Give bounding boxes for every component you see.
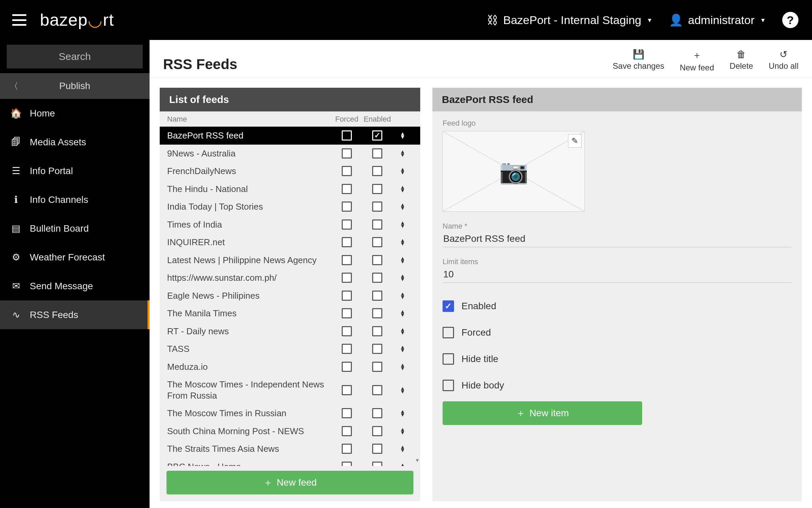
new-item-button[interactable]: ＋ New item [443,401,642,425]
new-feed-button[interactable]: ＋ New feed [680,49,714,72]
hide-body-checkbox[interactable] [443,380,454,391]
drag-handle-icon[interactable]: ▲▼ [392,186,413,192]
feed-row[interactable]: INQUIRER.net▲▼ [160,233,420,251]
enabled-checkbox[interactable] [443,300,454,312]
site-switcher[interactable]: ⛓ BazePort - Internal Staging ▾ [487,14,651,27]
drag-handle-icon[interactable]: ▲▼ [392,410,413,417]
drag-handle-icon[interactable]: ▲▼ [392,221,413,228]
drag-handle-icon[interactable]: ▲▼ [392,239,413,246]
feed-row[interactable]: BBC News - Home▲▼ [160,458,420,466]
forced-checkbox[interactable] [342,308,352,318]
forced-checkbox[interactable] [342,184,352,194]
enabled-checkbox[interactable] [372,344,382,354]
drag-handle-icon[interactable]: ▲▼ [392,428,413,435]
feeds-scroll[interactable]: BazePort RSS feed▲▼9News - Australia▲▼Fr… [160,127,420,466]
sidebar-item-media-assets[interactable]: 🗐Media Assets [0,128,150,156]
new-feed-list-button[interactable]: ＋ New feed [166,471,413,494]
feed-row[interactable]: Times of India▲▼ [160,216,420,234]
enabled-checkbox[interactable] [372,426,382,436]
feed-row[interactable]: https://www.sunstar.com.ph/▲▼ [160,269,420,287]
drag-handle-icon[interactable]: ▲▼ [392,345,413,352]
drag-handle-icon[interactable]: ▲▼ [392,274,413,281]
undo-all-button[interactable]: ↺ Undo all [769,49,798,72]
feed-row[interactable]: Meduza.io▲▼ [160,358,420,376]
forced-checkbox[interactable] [342,130,352,141]
enabled-checkbox[interactable] [372,385,382,395]
feed-row[interactable]: South China Morning Post - NEWS▲▼ [160,422,420,440]
feed-row[interactable]: BazePort RSS feed▲▼ [160,127,420,145]
enabled-checkbox[interactable] [372,219,382,230]
drag-handle-icon[interactable]: ▲▼ [392,445,413,452]
forced-checkbox[interactable] [342,219,352,230]
enabled-checkbox[interactable] [372,166,382,176]
feed-row[interactable]: TASS▲▼ [160,340,420,358]
enabled-checkbox[interactable] [372,255,382,265]
drag-handle-icon[interactable]: ▲▼ [392,150,413,157]
delete-button[interactable]: 🗑 Delete [730,49,753,72]
feed-row[interactable]: The Hindu - National▲▼ [160,180,420,198]
edit-logo-button[interactable]: ✎ [568,134,582,148]
forced-checkbox[interactable] [342,462,352,466]
hide-title-checkbox[interactable] [443,353,454,365]
feed-row[interactable]: FrenchDailyNews▲▼ [160,162,420,180]
drag-handle-icon[interactable]: ▲▼ [392,257,413,263]
sidebar-item-send-message[interactable]: ✉Send Message [0,272,150,300]
enabled-checkbox[interactable] [372,130,382,141]
sidebar-section-publish[interactable]: 〈 Publish [0,73,150,99]
feed-row[interactable]: India Today | Top Stories▲▼ [160,198,420,216]
sidebar-item-info-portal[interactable]: ☰Info Portal [0,156,150,185]
forced-checkbox[interactable] [342,385,352,395]
drag-handle-icon[interactable]: ▲▼ [392,168,413,174]
enabled-checkbox[interactable] [372,362,382,372]
drag-handle-icon[interactable]: ▲▼ [392,132,413,139]
forced-checkbox[interactable] [342,444,352,454]
enabled-checkbox[interactable] [372,462,382,466]
forced-checkbox[interactable] [342,273,352,283]
sidebar-item-rss-feeds[interactable]: ∿RSS Feeds [0,300,150,329]
help-icon[interactable]: ? [782,12,798,28]
forced-checkbox[interactable] [342,255,352,265]
save-button[interactable]: 💾 Save changes [613,49,664,72]
forced-checkbox[interactable] [342,202,352,212]
limit-field[interactable] [443,266,792,283]
enabled-checkbox[interactable] [372,408,382,418]
chevron-down-icon[interactable]: ▾ [416,457,419,464]
forced-checkbox[interactable] [342,408,352,418]
sidebar-item-weather-forecast[interactable]: ⚙Weather Forecast [0,243,150,272]
sidebar-item-bulletin-board[interactable]: ▤Bulletin Board [0,214,150,243]
forced-checkbox[interactable] [342,148,352,158]
user-menu[interactable]: 👤 administrator ▾ [669,13,765,27]
enabled-checkbox[interactable] [372,148,382,158]
feed-row[interactable]: The Moscow Times in Russian▲▼ [160,404,420,422]
forced-checkbox[interactable] [342,344,352,354]
drag-handle-icon[interactable]: ▲▼ [392,387,413,394]
feed-row[interactable]: The Manila Times▲▼ [160,304,420,322]
enabled-checkbox[interactable] [372,444,382,454]
feed-row[interactable]: The Moscow Times - Independent News From… [160,376,420,404]
forced-checkbox[interactable] [342,326,352,336]
forced-checkbox[interactable] [342,291,352,301]
feed-row[interactable]: Latest News | Philippine News Agency▲▼ [160,251,420,269]
forced-checkbox[interactable] [342,362,352,372]
drag-handle-icon[interactable]: ▲▼ [392,363,413,370]
sidebar-item-home[interactable]: 🏠Home [0,99,150,128]
enabled-checkbox[interactable] [372,184,382,194]
enabled-checkbox[interactable] [372,237,382,247]
enabled-checkbox[interactable] [372,326,382,336]
drag-handle-icon[interactable]: ▲▼ [392,310,413,317]
enabled-checkbox[interactable] [372,308,382,318]
enabled-checkbox[interactable] [372,291,382,301]
feed-row[interactable]: 9News - Australia▲▼ [160,145,420,163]
sidebar-item-info-channels[interactable]: ℹInfo Channels [0,185,150,214]
forced-checkbox[interactable] [342,426,352,436]
enabled-checkbox[interactable] [372,202,382,212]
feed-row[interactable]: The Straits Times Asia News▲▼ [160,440,420,458]
drag-handle-icon[interactable]: ▲▼ [392,463,413,466]
drag-handle-icon[interactable]: ▲▼ [392,203,413,210]
forced-checkbox[interactable] [342,166,352,176]
forced-checkbox[interactable] [443,327,454,338]
drag-handle-icon[interactable]: ▲▼ [392,292,413,299]
search-input[interactable] [7,45,143,68]
forced-checkbox[interactable] [342,237,352,247]
menu-icon[interactable] [12,14,26,26]
